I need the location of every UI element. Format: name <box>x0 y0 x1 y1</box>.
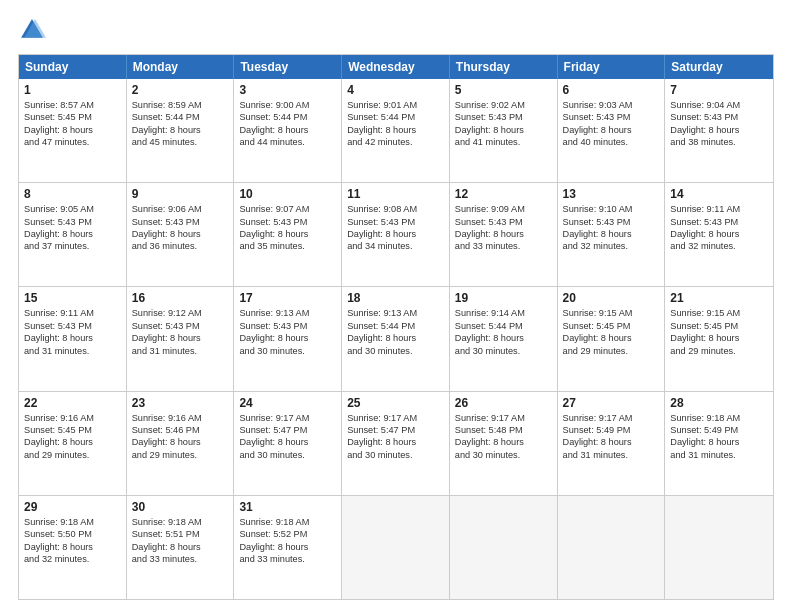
sunrise-text: Sunrise: 9:17 AM <box>563 412 660 424</box>
sunset-text: Sunset: 5:43 PM <box>455 111 552 123</box>
header-monday: Monday <box>127 55 235 79</box>
day-cell-26: 26 Sunrise: 9:17 AM Sunset: 5:48 PM Dayl… <box>450 392 558 495</box>
daylight-text: Daylight: 8 hours <box>670 436 768 448</box>
calendar: Sunday Monday Tuesday Wednesday Thursday… <box>18 54 774 600</box>
daylight-text: Daylight: 8 hours <box>132 541 229 553</box>
sunrise-text: Sunrise: 9:11 AM <box>670 203 768 215</box>
day-number: 8 <box>24 187 121 201</box>
day-cell-8: 8 Sunrise: 9:05 AM Sunset: 5:43 PM Dayli… <box>19 183 127 286</box>
day-number: 23 <box>132 396 229 410</box>
day-number: 3 <box>239 83 336 97</box>
sunset-text: Sunset: 5:45 PM <box>563 320 660 332</box>
day-cell-16: 16 Sunrise: 9:12 AM Sunset: 5:43 PM Dayl… <box>127 287 235 390</box>
sunset-text: Sunset: 5:52 PM <box>239 528 336 540</box>
sunrise-text: Sunrise: 9:16 AM <box>24 412 121 424</box>
daylight-minutes: and 30 minutes. <box>347 449 444 461</box>
daylight-minutes: and 29 minutes. <box>24 449 121 461</box>
header-wednesday: Wednesday <box>342 55 450 79</box>
sunrise-text: Sunrise: 9:05 AM <box>24 203 121 215</box>
sunset-text: Sunset: 5:49 PM <box>670 424 768 436</box>
daylight-minutes: and 29 minutes. <box>563 345 660 357</box>
daylight-minutes: and 45 minutes. <box>132 136 229 148</box>
daylight-minutes: and 41 minutes. <box>455 136 552 148</box>
sunrise-text: Sunrise: 9:13 AM <box>347 307 444 319</box>
header-friday: Friday <box>558 55 666 79</box>
daylight-minutes: and 33 minutes. <box>132 553 229 565</box>
day-cell-18: 18 Sunrise: 9:13 AM Sunset: 5:44 PM Dayl… <box>342 287 450 390</box>
day-cell-27: 27 Sunrise: 9:17 AM Sunset: 5:49 PM Dayl… <box>558 392 666 495</box>
sunset-text: Sunset: 5:45 PM <box>24 424 121 436</box>
day-number: 9 <box>132 187 229 201</box>
daylight-minutes: and 38 minutes. <box>670 136 768 148</box>
sunset-text: Sunset: 5:43 PM <box>455 216 552 228</box>
sunset-text: Sunset: 5:43 PM <box>239 320 336 332</box>
sunrise-text: Sunrise: 9:17 AM <box>239 412 336 424</box>
sunrise-text: Sunrise: 9:02 AM <box>455 99 552 111</box>
daylight-text: Daylight: 8 hours <box>24 332 121 344</box>
sunset-text: Sunset: 5:44 PM <box>132 111 229 123</box>
daylight-text: Daylight: 8 hours <box>24 124 121 136</box>
sunset-text: Sunset: 5:43 PM <box>563 216 660 228</box>
daylight-minutes: and 32 minutes. <box>563 240 660 252</box>
day-number: 20 <box>563 291 660 305</box>
day-cell-3: 3 Sunrise: 9:00 AM Sunset: 5:44 PM Dayli… <box>234 79 342 182</box>
sunrise-text: Sunrise: 9:17 AM <box>347 412 444 424</box>
sunrise-text: Sunrise: 8:57 AM <box>24 99 121 111</box>
empty-cell-w4-c6 <box>665 496 773 599</box>
sunset-text: Sunset: 5:44 PM <box>347 320 444 332</box>
sunrise-text: Sunrise: 9:11 AM <box>24 307 121 319</box>
day-cell-6: 6 Sunrise: 9:03 AM Sunset: 5:43 PM Dayli… <box>558 79 666 182</box>
day-cell-5: 5 Sunrise: 9:02 AM Sunset: 5:43 PM Dayli… <box>450 79 558 182</box>
day-cell-11: 11 Sunrise: 9:08 AM Sunset: 5:43 PM Dayl… <box>342 183 450 286</box>
header <box>18 16 774 44</box>
day-number: 10 <box>239 187 336 201</box>
header-sunday: Sunday <box>19 55 127 79</box>
calendar-body: 1 Sunrise: 8:57 AM Sunset: 5:45 PM Dayli… <box>19 79 773 599</box>
daylight-text: Daylight: 8 hours <box>455 228 552 240</box>
day-number: 29 <box>24 500 121 514</box>
daylight-minutes: and 34 minutes. <box>347 240 444 252</box>
daylight-text: Daylight: 8 hours <box>132 228 229 240</box>
daylight-minutes: and 40 minutes. <box>563 136 660 148</box>
daylight-minutes: and 36 minutes. <box>132 240 229 252</box>
sunrise-text: Sunrise: 9:15 AM <box>670 307 768 319</box>
day-number: 13 <box>563 187 660 201</box>
week-row-3: 15 Sunrise: 9:11 AM Sunset: 5:43 PM Dayl… <box>19 287 773 391</box>
sunset-text: Sunset: 5:47 PM <box>347 424 444 436</box>
day-cell-31: 31 Sunrise: 9:18 AM Sunset: 5:52 PM Dayl… <box>234 496 342 599</box>
daylight-minutes: and 37 minutes. <box>24 240 121 252</box>
page: Sunday Monday Tuesday Wednesday Thursday… <box>0 0 792 612</box>
day-cell-12: 12 Sunrise: 9:09 AM Sunset: 5:43 PM Dayl… <box>450 183 558 286</box>
sunrise-text: Sunrise: 9:18 AM <box>670 412 768 424</box>
empty-cell-w4-c3 <box>342 496 450 599</box>
daylight-minutes: and 32 minutes. <box>24 553 121 565</box>
day-cell-7: 7 Sunrise: 9:04 AM Sunset: 5:43 PM Dayli… <box>665 79 773 182</box>
daylight-minutes: and 44 minutes. <box>239 136 336 148</box>
day-cell-25: 25 Sunrise: 9:17 AM Sunset: 5:47 PM Dayl… <box>342 392 450 495</box>
calendar-header: Sunday Monday Tuesday Wednesday Thursday… <box>19 55 773 79</box>
day-number: 27 <box>563 396 660 410</box>
daylight-text: Daylight: 8 hours <box>347 124 444 136</box>
sunset-text: Sunset: 5:43 PM <box>24 320 121 332</box>
sunset-text: Sunset: 5:43 PM <box>347 216 444 228</box>
sunset-text: Sunset: 5:48 PM <box>455 424 552 436</box>
day-number: 1 <box>24 83 121 97</box>
day-cell-9: 9 Sunrise: 9:06 AM Sunset: 5:43 PM Dayli… <box>127 183 235 286</box>
day-cell-24: 24 Sunrise: 9:17 AM Sunset: 5:47 PM Dayl… <box>234 392 342 495</box>
day-number: 25 <box>347 396 444 410</box>
daylight-text: Daylight: 8 hours <box>132 436 229 448</box>
day-number: 4 <box>347 83 444 97</box>
day-number: 31 <box>239 500 336 514</box>
empty-cell-w4-c5 <box>558 496 666 599</box>
header-tuesday: Tuesday <box>234 55 342 79</box>
sunset-text: Sunset: 5:50 PM <box>24 528 121 540</box>
daylight-text: Daylight: 8 hours <box>132 332 229 344</box>
day-cell-20: 20 Sunrise: 9:15 AM Sunset: 5:45 PM Dayl… <box>558 287 666 390</box>
day-cell-15: 15 Sunrise: 9:11 AM Sunset: 5:43 PM Dayl… <box>19 287 127 390</box>
header-saturday: Saturday <box>665 55 773 79</box>
sunrise-text: Sunrise: 9:01 AM <box>347 99 444 111</box>
sunrise-text: Sunrise: 9:17 AM <box>455 412 552 424</box>
daylight-text: Daylight: 8 hours <box>455 436 552 448</box>
day-cell-23: 23 Sunrise: 9:16 AM Sunset: 5:46 PM Dayl… <box>127 392 235 495</box>
daylight-text: Daylight: 8 hours <box>563 436 660 448</box>
